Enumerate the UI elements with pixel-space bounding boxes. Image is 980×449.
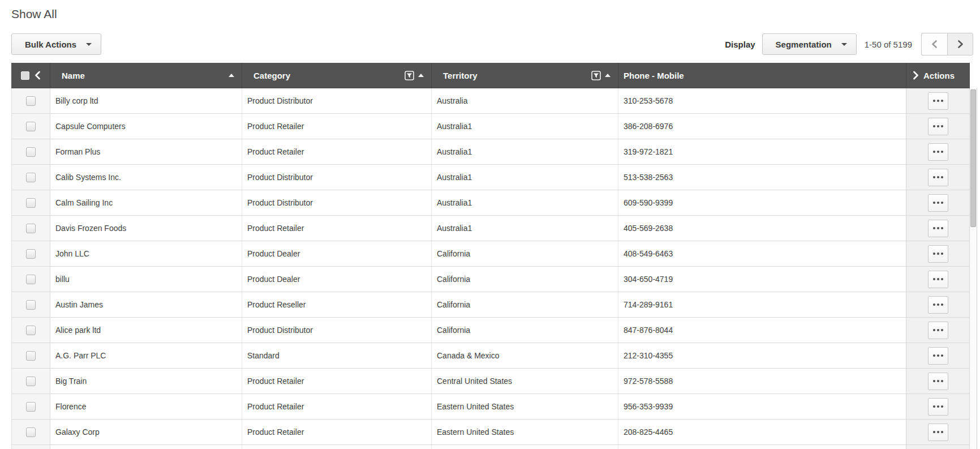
account-category: Product Retailer <box>247 402 304 411</box>
cell-actions <box>906 165 970 190</box>
table-row: Alice park ltd Product Distributor Calif… <box>11 318 970 343</box>
row-actions-button[interactable] <box>928 118 948 135</box>
cell-category: Product Retailer <box>242 369 431 394</box>
ellipsis-icon <box>933 253 935 255</box>
cell-phone-mobile: 956-353-9939 <box>618 394 906 419</box>
filter-icon[interactable] <box>591 71 601 80</box>
cell-name: Billy corp ltd <box>50 88 242 113</box>
row-actions-button[interactable] <box>928 322 948 339</box>
cell-name: A.G. Parr PLC <box>50 343 242 368</box>
table-row: Forman Plus Product Retailer Australia1 … <box>11 139 970 165</box>
column-header-territory[interactable]: Territory <box>431 63 618 88</box>
cell-name: John LLC <box>50 241 242 266</box>
filter-icon[interactable] <box>405 71 414 80</box>
cell-phone-mobile: 212-310-4355 <box>618 343 906 368</box>
account-phone-mobile: 310-253-5678 <box>624 96 673 105</box>
cell-category: Product Distributor <box>242 190 431 215</box>
row-select-cell <box>11 343 50 368</box>
account-name: Davis Frozen Foods <box>55 224 126 233</box>
row-select-cell <box>11 394 50 419</box>
row-checkbox[interactable] <box>26 351 36 361</box>
account-category: Product Retailer <box>247 427 304 437</box>
row-actions-button[interactable] <box>928 245 948 263</box>
row-checkbox[interactable] <box>26 173 36 182</box>
account-phone-mobile: 714-289-9161 <box>624 300 673 309</box>
account-name: billu <box>55 275 70 284</box>
ellipsis-icon <box>933 329 935 331</box>
display-label: Display <box>725 40 755 49</box>
cell-name: Calm Sailing Inc <box>50 190 242 215</box>
cell-name: Forman Plus <box>50 139 242 164</box>
row-actions-button[interactable] <box>928 296 948 314</box>
row-actions-button[interactable] <box>928 169 948 186</box>
account-category: Product Retailer <box>247 147 304 156</box>
ellipsis-icon <box>933 227 935 229</box>
row-select-cell <box>11 420 50 444</box>
row-checkbox[interactable] <box>26 377 36 386</box>
row-actions-button[interactable] <box>928 143 948 161</box>
table-row: Austin James Product Reseller California… <box>11 292 970 318</box>
column-header-actions[interactable]: Actions <box>906 63 970 88</box>
row-checkbox[interactable] <box>26 402 36 412</box>
cell-category: Product Distributor <box>242 318 431 343</box>
account-territory: Australia1 <box>437 224 472 233</box>
account-name: Calib Systems Inc. <box>55 173 121 182</box>
display-select[interactable]: Segmentation <box>762 33 857 55</box>
vertical-scrollbar[interactable] <box>970 88 977 449</box>
collapse-chevron-icon[interactable] <box>35 71 41 80</box>
row-select-cell <box>11 267 50 292</box>
cell-name: Capsule Computers <box>50 114 242 139</box>
row-actions-button[interactable] <box>928 424 948 441</box>
cell-territory: Australia1 <box>431 216 618 241</box>
table-row: billu Product Dealer California 304-650-… <box>11 267 970 292</box>
row-checkbox[interactable] <box>26 198 36 208</box>
row-checkbox[interactable] <box>26 147 36 157</box>
cell-phone-mobile: 714-289-9161 <box>618 292 906 317</box>
row-checkbox[interactable] <box>26 224 36 233</box>
cell-name: Calib Systems Inc. <box>50 165 242 190</box>
cell-phone-mobile: 408-549-6463 <box>618 241 906 266</box>
previous-page-button[interactable] <box>921 33 947 55</box>
row-checkbox[interactable] <box>26 249 36 259</box>
row-checkbox[interactable] <box>26 275 36 284</box>
row-actions-button[interactable] <box>928 347 948 365</box>
column-header-category[interactable]: Category <box>242 63 431 88</box>
table-header-row: Name Category Territory <box>11 63 970 88</box>
page-title: Show All <box>11 7 980 22</box>
next-page-button[interactable] <box>947 33 973 55</box>
row-actions-button[interactable] <box>928 373 948 390</box>
row-actions-button[interactable] <box>928 194 948 212</box>
row-select-cell <box>11 165 50 190</box>
select-all-checkbox[interactable] <box>21 71 29 80</box>
cell-territory: California <box>431 241 618 266</box>
row-checkbox[interactable] <box>26 300 36 310</box>
cell-territory: California <box>431 318 618 343</box>
cell-actions <box>906 318 970 343</box>
cell-phone-mobile: 972-578-5588 <box>618 369 906 394</box>
account-category: Product Distributor <box>247 198 313 207</box>
row-select-cell <box>11 445 50 449</box>
row-checkbox[interactable] <box>26 427 36 437</box>
scrollbar-thumb[interactable] <box>970 89 976 227</box>
account-category: Product Distributor <box>247 173 313 182</box>
account-name: Calm Sailing Inc <box>55 198 113 207</box>
row-checkbox[interactable] <box>26 326 36 335</box>
cell-name: billu <box>50 267 242 292</box>
ellipsis-icon <box>933 303 935 306</box>
row-actions-button[interactable] <box>928 271 948 288</box>
cell-name: Galaxy Corp <box>50 420 242 444</box>
cell-phone-mobile: 405-569-2638 <box>618 216 906 241</box>
cell-phone-mobile: 319-972-1821 <box>618 139 906 164</box>
row-checkbox[interactable] <box>26 122 36 131</box>
account-territory: Canada & Mexico <box>437 351 500 360</box>
row-select-cell <box>11 369 50 394</box>
row-checkbox[interactable] <box>26 96 36 106</box>
column-header-phone-mobile[interactable]: Phone - Mobile <box>618 63 906 88</box>
bulk-actions-button[interactable]: Bulk Actions <box>11 33 101 55</box>
cell-territory: Australia1 <box>431 165 618 190</box>
row-actions-button[interactable] <box>928 398 948 416</box>
account-phone-mobile: 972-578-5588 <box>624 377 673 386</box>
column-header-name[interactable]: Name <box>50 63 242 88</box>
row-actions-button[interactable] <box>928 92 948 110</box>
row-actions-button[interactable] <box>928 220 948 237</box>
